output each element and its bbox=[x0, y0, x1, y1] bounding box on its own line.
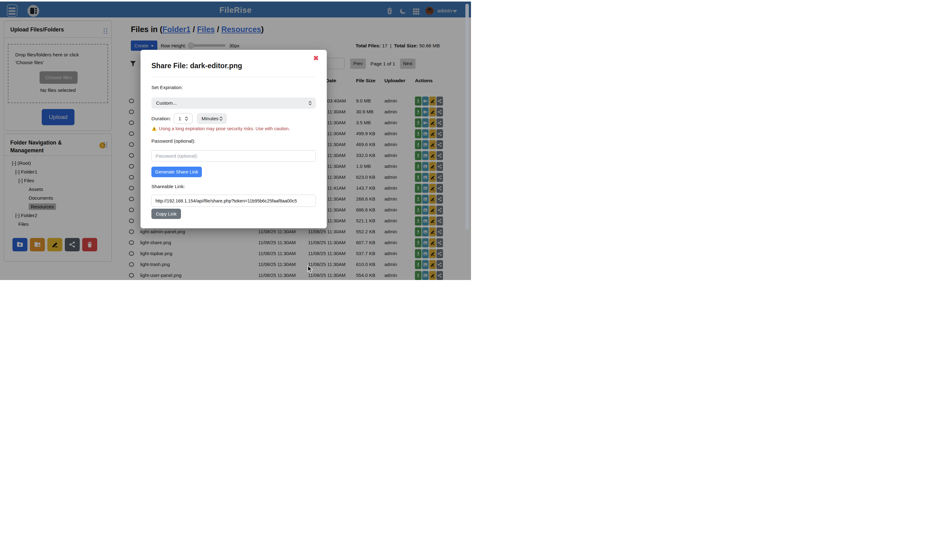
share-file-modal: ✖ Share File: dark-editor.png Set Expira… bbox=[140, 50, 327, 228]
copy-link-button[interactable]: Copy Link bbox=[151, 209, 181, 219]
generate-share-link-button[interactable]: Generate Share Link bbox=[151, 167, 202, 177]
select-chevrons-icon bbox=[308, 101, 312, 106]
expiration-warning: Using a long expiration may pose securit… bbox=[151, 126, 290, 132]
warning-triangle-icon bbox=[151, 126, 157, 131]
modal-title: Share File: dark-editor.png bbox=[151, 62, 242, 70]
stepper-chevrons-icon[interactable] bbox=[185, 116, 188, 121]
filerise-app: FileRise bbox=[0, 0, 471, 280]
expiration-select[interactable]: Custom... bbox=[151, 97, 316, 109]
duration-label: Duration: bbox=[151, 116, 171, 122]
window-top-strip bbox=[0, 0, 471, 2]
select-chevrons-icon bbox=[219, 116, 223, 121]
password-input[interactable] bbox=[151, 150, 316, 162]
mouse-cursor bbox=[307, 265, 314, 274]
duration-stepper[interactable]: 1 bbox=[174, 113, 192, 124]
scrollbar[interactable] bbox=[465, 4, 469, 230]
expiration-label: Set Expiration: bbox=[151, 85, 183, 90]
close-icon[interactable]: ✖ bbox=[313, 55, 319, 62]
shareable-link-label: Shareable Link: bbox=[151, 184, 185, 189]
password-label: Password (optional): bbox=[151, 138, 195, 144]
share-link-input[interactable] bbox=[151, 195, 316, 207]
duration-unit-select[interactable]: Minutes bbox=[197, 113, 227, 124]
